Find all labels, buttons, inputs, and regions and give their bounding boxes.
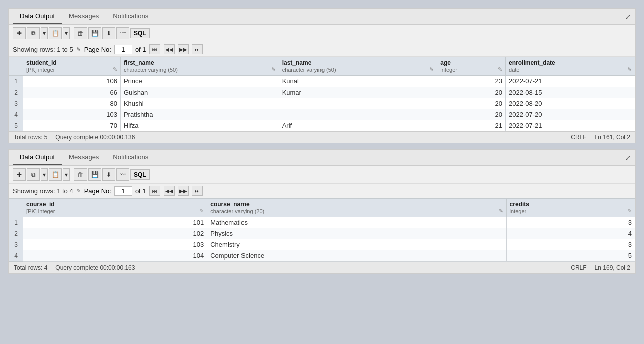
first-page-btn-1[interactable]: ⏮ [149,44,160,54]
cell-first-name[interactable]: Prince [120,76,279,87]
table-row[interactable]: 3103Chemistry3 [9,239,635,250]
next-page-btn-1[interactable]: ▶▶ [178,44,189,54]
last-page-btn-1[interactable]: ⏭ [192,44,203,54]
cell-course-id[interactable]: 104 [23,250,207,262]
cell-student-id[interactable]: 66 [23,87,121,98]
cell-student-id[interactable]: 103 [23,109,121,120]
tab-data-output-1[interactable]: Data Output [13,9,62,24]
cell-enrollment-date[interactable]: 2022-07-21 [506,76,635,87]
last-page-btn-2[interactable]: ⏭ [192,186,203,196]
cell-last-name[interactable]: Kumar [279,87,437,98]
copy-dropdown-2[interactable]: ▾ [41,168,48,181]
edit-col-first-name[interactable]: ✎ [271,66,276,73]
cell-first-name[interactable]: Pratishtha [120,109,279,120]
copy-button-1[interactable]: ⧉ [27,27,40,39]
table-row[interactable]: 4104Computer Science5 [9,250,635,262]
cell-last-name[interactable]: Arif [279,120,437,131]
cell-credits[interactable]: 4 [506,228,635,239]
prev-page-btn-1[interactable]: ◀◀ [164,44,175,54]
save-button-2[interactable]: 💾 [88,168,101,181]
table-row[interactable]: 1101Mathematics3 [9,217,635,228]
cell-last-name[interactable]: Kunal [279,76,437,87]
tab-notifications-1[interactable]: Notifications [106,9,155,24]
paste-dropdown-2[interactable]: ▾ [63,168,70,181]
cell-enrollment-date[interactable]: 2022-08-15 [506,87,635,98]
cell-age[interactable]: 20 [437,98,506,109]
tab-data-output-2[interactable]: Data Output [13,150,62,165]
tab-bar-1: Data Output Messages Notifications ⤢ [9,9,635,25]
cell-course-id[interactable]: 102 [23,228,207,239]
copy-button-2[interactable]: ⧉ [27,168,40,181]
cell-age[interactable]: 23 [437,76,506,87]
save-button-1[interactable]: 💾 [88,27,101,39]
cell-student-id[interactable]: 80 [23,98,121,109]
tab-notifications-2[interactable]: Notifications [106,150,155,165]
page-label-2: Page No: [84,187,111,195]
paste-button-2[interactable]: 📋 [49,168,62,181]
page-input-2[interactable] [114,186,132,196]
tab-messages-2[interactable]: Messages [62,150,106,165]
expand-icon-1[interactable]: ⤢ [625,12,631,21]
download-button-1[interactable]: ⬇ [102,27,115,39]
edit-col-enrollment-date[interactable]: ✎ [627,66,632,73]
row-number: 1 [9,76,23,87]
cell-course-name[interactable]: Chemistry [207,239,506,250]
toolbar-2: ✚ ⧉ ▾ 📋 ▾ 🗑 💾 ⬇ 〰 SQL [9,166,635,184]
cell-last-name[interactable] [279,109,437,120]
table-row[interactable]: 380Khushi202022-08-20 [9,98,635,109]
cell-credits[interactable]: 5 [506,250,635,262]
copy-dropdown-1[interactable]: ▾ [41,27,48,39]
delete-button-2[interactable]: 🗑 [74,168,87,181]
sql-button-2[interactable]: SQL [130,169,150,180]
cell-age[interactable]: 21 [437,120,506,131]
cell-first-name[interactable]: Khushi [120,98,279,109]
cell-age[interactable]: 20 [437,109,506,120]
edit-col-last-name[interactable]: ✎ [429,66,434,73]
edit-col-course-name[interactable]: ✎ [499,208,503,214]
cell-credits[interactable]: 3 [506,239,635,250]
cell-student-id[interactable]: 106 [23,76,121,87]
cell-student-id[interactable]: 70 [23,120,121,131]
add-row-button-1[interactable]: ✚ [13,27,26,39]
delete-button-1[interactable]: 🗑 [74,27,87,39]
table-row[interactable]: 1106PrinceKunal232022-07-21 [9,76,635,87]
cell-course-name[interactable]: Computer Science [207,250,506,262]
edit-pencil-1[interactable]: ✎ [76,46,81,53]
expand-icon-2[interactable]: ⤢ [625,153,631,162]
prev-page-btn-2[interactable]: ◀◀ [164,186,175,196]
cell-age[interactable]: 20 [437,87,506,98]
edit-col-age[interactable]: ✎ [498,66,502,73]
sql-button-1[interactable]: SQL [130,28,150,38]
tab-messages-1[interactable]: Messages [62,9,106,24]
col-header-last-name: last_name character varying (50) ✎ [279,57,437,76]
cell-course-name[interactable]: Mathematics [207,217,506,228]
cell-credits[interactable]: 3 [506,217,635,228]
edit-col-credits[interactable]: ✎ [627,208,632,214]
cell-course-name[interactable]: Physics [207,228,506,239]
cell-first-name[interactable]: Hifza [120,120,279,131]
cell-enrollment-date[interactable]: 2022-07-20 [506,109,635,120]
add-row-button-2[interactable]: ✚ [13,168,26,181]
table-row[interactable]: 4103Pratishtha202022-07-20 [9,109,635,120]
download-button-2[interactable]: ⬇ [102,168,115,181]
edit-col-student-id[interactable]: ✎ [113,66,117,73]
cell-course-id[interactable]: 103 [23,239,207,250]
table-row[interactable]: 570HifzaArif212022-07-21 [9,120,635,131]
paste-button-1[interactable]: 📋 [49,27,62,39]
table-row[interactable]: 2102Physics4 [9,228,635,239]
row-number: 4 [9,250,23,262]
table-row[interactable]: 266GulshanKumar202022-08-15 [9,87,635,98]
cell-enrollment-date[interactable]: 2022-07-21 [506,120,635,131]
page-input-1[interactable] [114,45,132,54]
next-page-btn-2[interactable]: ▶▶ [178,186,189,196]
first-page-btn-2[interactable]: ⏮ [149,186,160,196]
cell-course-id[interactable]: 101 [23,217,207,228]
graph-button-1[interactable]: 〰 [116,27,129,39]
graph-button-2[interactable]: 〰 [116,168,129,181]
edit-pencil-2[interactable]: ✎ [76,188,81,194]
paste-dropdown-1[interactable]: ▾ [63,27,70,39]
cell-first-name[interactable]: Gulshan [120,87,279,98]
cell-enrollment-date[interactable]: 2022-08-20 [506,98,635,109]
cell-last-name[interactable] [279,98,437,109]
edit-col-course-id[interactable]: ✎ [199,208,204,214]
